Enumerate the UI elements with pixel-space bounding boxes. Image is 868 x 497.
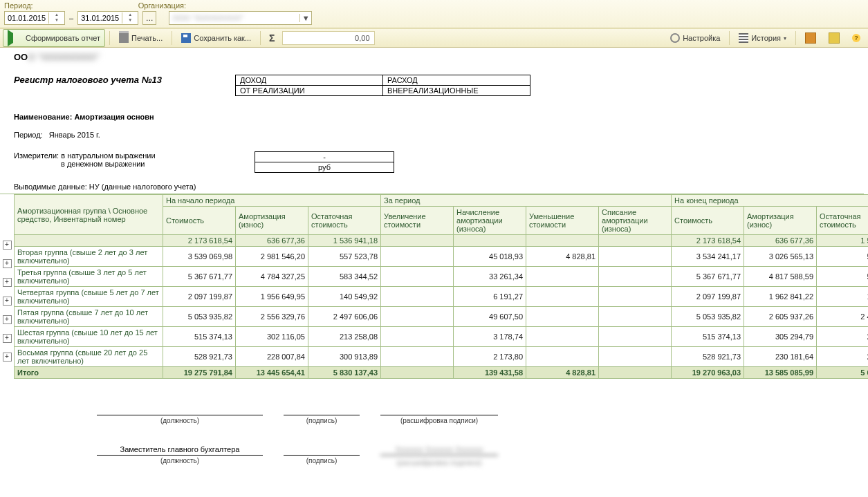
cell-value <box>381 247 454 267</box>
expand-toggle[interactable]: + <box>3 353 12 362</box>
measure-natural-value: - <box>255 152 394 162</box>
date-to-input[interactable]: 31.01.2015 ▲▼ <box>77 11 138 25</box>
cell-value: 2 497 606,06 <box>308 307 381 327</box>
table-row[interactable]: Четвертая группа (свыше 5 лет до 7 лет в… <box>15 287 869 307</box>
cell-value: 13 585 085,99 <box>744 367 817 379</box>
cell-value: 6 191,27 <box>454 287 526 307</box>
date-from-input[interactable]: 01.01.2015 ▲▼ <box>4 11 65 25</box>
grid-header: Амортизационная группа \ Основное средст… <box>15 195 163 235</box>
grid-header-group: За период <box>381 195 672 207</box>
row-name: Итого <box>15 367 163 379</box>
income-expense-table: ДОХОДРАСХОД ОТ РЕАЛИЗАЦИИВНЕРЕАЛИЗАЦИОНН… <box>235 75 530 96</box>
cell-value: 5 685 8 <box>817 367 868 379</box>
organization-label: Организация: <box>138 1 186 10</box>
grid-subheader: Остаточная стоимость <box>308 207 381 235</box>
save-as-button[interactable]: Сохранить как... <box>176 29 256 47</box>
sig-signature: (подпись) <box>284 404 360 424</box>
table-row[interactable]: Третья группа (свыше 3 лет до 5 лет вклю… <box>15 267 869 287</box>
cell-value <box>526 347 599 367</box>
row-name: Шестая группа (свыше 10 лет до 15 лет вк… <box>15 327 163 347</box>
cell-value: 2 447 9 <box>817 307 868 327</box>
report-grid[interactable]: Амортизационная группа \ Основное средст… <box>14 194 868 379</box>
mini-cell: ДОХОД <box>236 75 383 86</box>
report-period: Период: Январь 2015 г. <box>14 131 864 139</box>
cell-value: 33 261,34 <box>454 267 526 287</box>
table-row[interactable]: Вторая группа (свыше 2 лет до 3 лет вклю… <box>15 247 869 267</box>
cell-value: 2 173 618,54 <box>672 235 744 247</box>
aux-button-2[interactable] <box>824 29 844 47</box>
toolbar-separator <box>172 31 172 45</box>
cell-value <box>381 367 454 379</box>
generate-report-button[interactable]: Сформировать отчет <box>3 29 105 47</box>
organization-value: ООО "XXXXXXXXX" <box>169 14 243 22</box>
table-row[interactable]: 2 173 618,54636 677,361 536 941,182 173 … <box>15 235 869 247</box>
grid-header-group: На начало периода <box>163 195 381 207</box>
print-button[interactable]: Печать... <box>114 29 167 47</box>
expand-toggle[interactable]: + <box>3 241 12 250</box>
expand-toggle[interactable]: + <box>3 278 12 287</box>
sig-decipher: Xxxxxxx Xxxxxxx Xxxxxxx(расшифровка подп… <box>380 444 498 468</box>
grid-subheader: Стоимость <box>163 207 236 235</box>
expand-toggle[interactable]: + <box>3 315 12 324</box>
expand-toggle[interactable]: + <box>3 334 12 343</box>
expand-column: + + + + + + + <box>0 194 14 379</box>
cell-value <box>526 327 599 347</box>
cell-value: 3 178,74 <box>454 327 526 347</box>
settings-button[interactable]: Настройка <box>665 29 725 47</box>
expand-toggle[interactable]: + <box>3 259 12 268</box>
help-button[interactable]: ? <box>847 29 865 47</box>
report-grid-wrap: + + + + + + + Амортизационная группа \ О… <box>0 194 864 379</box>
cell-value: 2 173 618,54 <box>163 235 236 247</box>
table-row[interactable]: Итого19 275 791,8413 445 654,415 830 137… <box>15 367 869 379</box>
cell-value: 4 784 327,25 <box>236 267 308 287</box>
period-picker-button[interactable]: … <box>142 11 156 25</box>
cell-value <box>599 287 672 307</box>
sig-position: Заместитель главного бухгалтера(должност… <box>97 444 263 468</box>
grid-subheader: Увеличение стоимости <box>381 207 454 235</box>
cell-value <box>381 235 454 247</box>
cell-value <box>381 287 454 307</box>
register-title: Регистр налогового учета №13 <box>14 75 235 85</box>
history-button[interactable]: История ▾ <box>734 29 791 47</box>
toolbar: Сформировать отчет Печать... Сохранить к… <box>0 28 868 48</box>
table-row[interactable]: Пятая группа (свыше 7 лет до 10 лет вклю… <box>15 307 869 327</box>
organization-combo[interactable]: ООО "XXXXXXXXX" ▼ <box>169 11 312 25</box>
measure-money-label: в денежном выражении <box>14 160 255 168</box>
cell-value: 140 549,92 <box>308 287 381 307</box>
cell-value: 298 7 <box>817 347 868 367</box>
table-row[interactable]: Восьмая группа (свыше 20 лет до 25 лет в… <box>15 347 869 367</box>
date-to-spinner[interactable]: ▲▼ <box>122 12 138 24</box>
mini-cell: ВНЕРЕАЛИЗАЦИОННЫЕ <box>383 86 530 96</box>
cell-value <box>381 327 454 347</box>
cell-value: 3 534 241,17 <box>672 247 744 267</box>
sigma-icon: Σ <box>265 32 279 44</box>
grid-subheader: Списание амортизации (износа) <box>599 207 672 235</box>
cell-value: 1 536 941,18 <box>308 235 381 247</box>
cell-value <box>599 367 672 379</box>
cell-value <box>454 235 526 247</box>
table-row[interactable]: Шестая группа (свыше 10 лет до 15 лет вк… <box>15 327 869 347</box>
grid-subheader: Остаточная стоимость <box>817 207 868 235</box>
cell-value: 515 374,13 <box>672 327 744 347</box>
date-from-spinner[interactable]: ▲▼ <box>48 12 64 24</box>
cell-value: 139 431,58 <box>454 367 526 379</box>
signatures-block: (должность) (подпись) (расшифровка подпи… <box>14 404 864 468</box>
expand-toggle[interactable]: + <box>3 297 12 306</box>
cell-value: 45 018,93 <box>454 247 526 267</box>
cell-value: 1 536 9 <box>817 235 868 247</box>
cell-value <box>526 267 599 287</box>
measures-labels: Измерители: в натуральном выражении в де… <box>14 151 255 168</box>
row-name: Восьмая группа (свыше 20 лет до 25 лет в… <box>15 347 163 367</box>
cell-value: 5 053 935,82 <box>672 307 744 327</box>
aux-button-1[interactable] <box>800 29 821 47</box>
cell-value: 2 556 329,76 <box>236 307 308 327</box>
cell-value: 1 962 841,22 <box>744 287 817 307</box>
report-period-value: Январь 2015 г. <box>49 131 100 139</box>
toolbar-separator <box>109 31 110 45</box>
cell-value <box>599 307 672 327</box>
square-icon <box>829 32 840 44</box>
list-icon <box>739 33 748 43</box>
play-icon <box>8 30 23 46</box>
cell-value: 636 677,36 <box>236 235 308 247</box>
chevron-down-icon[interactable]: ▼ <box>299 14 311 22</box>
